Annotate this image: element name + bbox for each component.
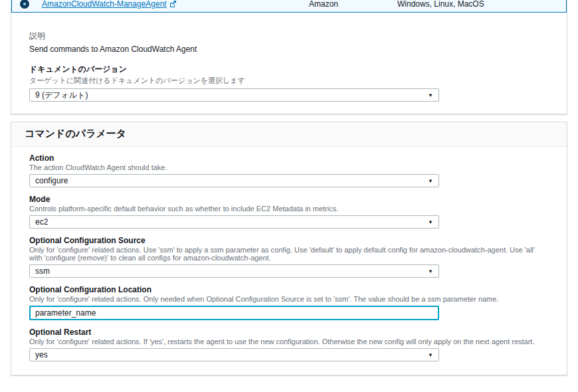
mode-select[interactable]: ec2 ▼ <box>29 215 439 229</box>
description-value: Send commands to Amazon CloudWatch Agent <box>29 45 549 54</box>
mode-description: Controls platform-specific default behav… <box>29 205 549 213</box>
config-source-label: Optional Configuration Source <box>29 236 549 245</box>
row-platforms: Windows, Linux, MacOS <box>392 0 566 12</box>
field-restart: Optional Restart Only for 'configure' re… <box>18 328 560 361</box>
version-select-value: 9 (デフォルト) <box>35 90 88 101</box>
command-document-body: ‹ 1 › 検索: AmazonCloudWatch-ManageAgent ×… <box>11 0 567 114</box>
external-link-icon <box>169 1 176 7</box>
caret-down-icon: ▼ <box>428 352 433 358</box>
action-description: The action CloudWatch Agent should take. <box>29 163 549 171</box>
page: AWS Systems Manager > Run Command > コマンド… <box>0 0 578 392</box>
action-label: Action <box>29 153 549 163</box>
config-source-select[interactable]: ssm ▼ <box>29 264 439 278</box>
version-select[interactable]: 9 (デフォルト) ▼ <box>29 88 439 102</box>
documents-table: 名前 所有者 プラットフォームタイプ AmazonCloudWatch-Mana… <box>11 0 567 13</box>
document-version-section: ドキュメントのバージョン ターゲットに関連付けるドキュメントのバージョンを選択し… <box>18 64 560 102</box>
command-parameters-title: コマンドのパラメータ <box>25 128 553 140</box>
row-owner: Amazon <box>304 0 392 12</box>
table-row-selected[interactable]: AmazonCloudWatch-ManageAgent Amazon Wind… <box>11 0 567 13</box>
field-config-location: Optional Configuration Location Only for… <box>18 285 560 320</box>
version-label: ドキュメントのバージョン <box>29 64 549 75</box>
caret-down-icon: ▼ <box>428 178 433 184</box>
document-description-section: 説明 Send commands to Amazon CloudWatch Ag… <box>18 31 560 54</box>
mode-select-value: ec2 <box>35 217 48 227</box>
caret-down-icon: ▼ <box>428 92 433 98</box>
field-mode: Mode Controls platform-specific default … <box>18 195 560 229</box>
row-radio-selected[interactable] <box>20 0 29 9</box>
restart-description: Only for 'configure' related actions. If… <box>29 338 549 345</box>
config-location-input[interactable] <box>29 306 439 320</box>
command-document-card: コマンドドキュメント 実行するコマンドのタイプを選択します。 ‹ 1 › <box>11 0 567 114</box>
restart-label: Optional Restart <box>29 328 549 337</box>
caret-down-icon: ▼ <box>428 219 433 225</box>
command-parameters-header: コマンドのパラメータ <box>11 122 567 147</box>
action-select[interactable]: configure ▼ <box>29 174 439 187</box>
command-parameters-card: コマンドのパラメータ Action The action CloudWatch … <box>11 122 567 375</box>
field-action: Action The action CloudWatch Agent shoul… <box>18 153 560 187</box>
action-select-value: configure <box>35 176 68 185</box>
field-config-source: Optional Configuration Source Only for '… <box>18 236 560 278</box>
description-label: 説明 <box>29 31 549 42</box>
restart-select-value: yes <box>35 350 48 359</box>
config-source-select-value: ssm <box>35 266 50 276</box>
document-link[interactable]: AmazonCloudWatch-ManageAgent <box>42 0 176 9</box>
version-description: ターゲットに関連付けるドキュメントのバージョンを選択します <box>29 76 549 86</box>
caret-down-icon: ▼ <box>428 268 433 274</box>
mode-label: Mode <box>29 195 549 204</box>
restart-select[interactable]: yes ▼ <box>29 348 439 361</box>
config-location-description: Only for 'configure' related actions. On… <box>29 295 549 303</box>
config-source-description: Only for 'configure' related actions. Us… <box>29 246 549 262</box>
command-parameters-body: Action The action CloudWatch Agent shoul… <box>11 147 567 375</box>
config-location-label: Optional Configuration Location <box>29 285 549 294</box>
document-link-text: AmazonCloudWatch-ManageAgent <box>42 0 167 9</box>
